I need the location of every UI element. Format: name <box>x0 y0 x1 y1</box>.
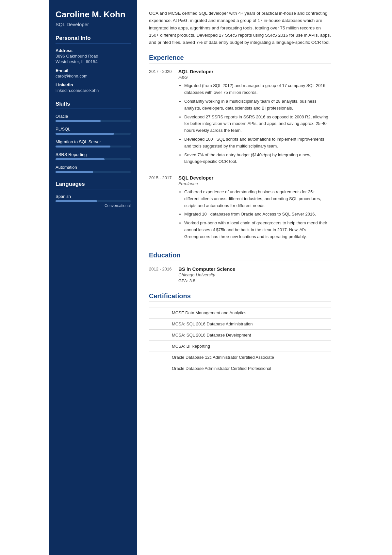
experience-dates: 2017 - 2020 <box>149 69 178 167</box>
certifications-list: MCSE Data Management and AnalyticsMCSA: … <box>149 307 331 374</box>
certification-item: Oracle Database Administrator Certified … <box>149 363 331 374</box>
skill-bar-fill <box>56 171 93 173</box>
skill-bar-background <box>56 158 131 160</box>
language-level: Conversational <box>56 203 131 208</box>
main-content: OCA and MCSE certified SQL developer wit… <box>137 0 343 555</box>
experience-bullet: Saved 7% of the data entry budget ($140k… <box>184 152 331 165</box>
experience-content: SQL DeveloperFreelanceGathered experienc… <box>178 175 331 242</box>
language-bar-background <box>56 200 131 202</box>
experience-bullet: Constantly working in a multidisciplinar… <box>184 98 331 112</box>
skills-heading: Skills <box>56 101 131 109</box>
linkedin-label: LinkedIn <box>56 82 131 87</box>
experience-dates: 2015 - 2017 <box>149 175 178 242</box>
skill-bar-background <box>56 171 131 173</box>
skill-name: Migration to SQL Server <box>56 139 131 144</box>
skill-name: PL/SQL <box>56 127 131 131</box>
experience-job-title: SQL Developer <box>178 175 331 181</box>
experience-bullet: Migrated (from SQL 2012) and managed a g… <box>184 82 331 96</box>
certification-item: MCSA: SQL 2016 Database Development <box>149 330 331 341</box>
address-label: Address <box>56 48 131 53</box>
languages-list: SpanishConversational <box>56 194 131 208</box>
candidate-title: SQL Developer <box>56 22 131 27</box>
education-entry: 2012 - 2016BS in Computer ScienceChicago… <box>149 266 331 283</box>
experience-bullet: Developed 27 SSRS reports in SSRS 2016 a… <box>184 114 331 134</box>
skill-name: SSRS Reporting <box>56 152 131 157</box>
education-gpa: GPA: 3.8 <box>178 278 235 283</box>
language-name: Spanish <box>56 194 131 199</box>
email-label: E-mail <box>56 68 131 73</box>
education-dates: 2012 - 2016 <box>149 266 178 283</box>
candidate-name: Caroline M. Kohn <box>56 10 131 20</box>
certification-item: MCSA: SQL 2016 Database Administration <box>149 319 331 330</box>
certification-item: Oracle Database 12c Administrator Certif… <box>149 352 331 363</box>
email-value: carol@kohn.com <box>56 74 131 78</box>
skill-bar-fill <box>56 146 110 147</box>
address-line2: Westchester, IL 60154 <box>56 59 131 64</box>
experience-entry: 2015 - 2017SQL DeveloperFreelanceGathere… <box>149 175 331 242</box>
education-school: Chicago University <box>178 272 235 277</box>
resume-container: Caroline M. Kohn SQL Developer Personal … <box>49 0 343 555</box>
experience-bullets: Gathered experience of understanding bus… <box>178 189 331 240</box>
sidebar: Caroline M. Kohn SQL Developer Personal … <box>49 0 137 555</box>
certifications-heading: Certifications <box>149 292 331 302</box>
experience-company: Freelance <box>178 181 331 186</box>
experience-heading: Experience <box>149 54 331 63</box>
languages-heading: Languages <box>56 181 131 189</box>
skill-name: Automation <box>56 165 131 170</box>
skill-bar-background <box>56 120 131 122</box>
experience-bullet: Gathered experience of understanding bus… <box>184 189 331 209</box>
skill-bar-fill <box>56 120 101 122</box>
certification-item: MCSA: BI Reporting <box>149 341 331 352</box>
language-bar-fill <box>56 200 97 202</box>
linkedin-value: linkedin.com/carolkohn <box>56 88 131 93</box>
personal-info-heading: Personal Info <box>56 35 131 43</box>
education-heading: Education <box>149 251 331 261</box>
experience-list: 2017 - 2020SQL DeveloperP&GMigrated (fro… <box>149 69 331 242</box>
experience-bullets: Migrated (from SQL 2012) and managed a g… <box>178 82 331 165</box>
education-degree: BS in Computer Science <box>178 266 235 272</box>
experience-entry: 2017 - 2020SQL DeveloperP&GMigrated (fro… <box>149 69 331 167</box>
skill-name: Oracle <box>56 114 131 119</box>
experience-section: Experience 2017 - 2020SQL DeveloperP&GMi… <box>149 54 331 242</box>
summary-text: OCA and MCSE certified SQL developer wit… <box>149 10 331 46</box>
experience-content: SQL DeveloperP&GMigrated (from SQL 2012)… <box>178 69 331 167</box>
skill-bar-background <box>56 133 131 135</box>
education-content: BS in Computer ScienceChicago University… <box>178 266 235 283</box>
experience-company: P&G <box>178 75 331 80</box>
education-list: 2012 - 2016BS in Computer ScienceChicago… <box>149 266 331 283</box>
skill-bar-fill <box>56 158 105 160</box>
address-line1: 3896 Oakmound Road <box>56 54 131 59</box>
experience-bullet: Developed 100+ SQL scripts and automatio… <box>184 136 331 150</box>
skill-bar-background <box>56 146 131 147</box>
skills-list: OraclePL/SQLMigration to SQL ServerSSRS … <box>56 114 131 173</box>
certification-item: MCSE Data Management and Analytics <box>149 307 331 319</box>
education-section: Education 2012 - 2016BS in Computer Scie… <box>149 251 331 283</box>
experience-bullet: Worked pro-bono with a local chain of gr… <box>184 220 331 240</box>
experience-bullet: Migrated 10+ databases from Oracle and A… <box>184 211 331 218</box>
certifications-section: Certifications MCSE Data Management and … <box>149 292 331 374</box>
skill-bar-fill <box>56 133 114 135</box>
experience-job-title: SQL Developer <box>178 69 331 74</box>
